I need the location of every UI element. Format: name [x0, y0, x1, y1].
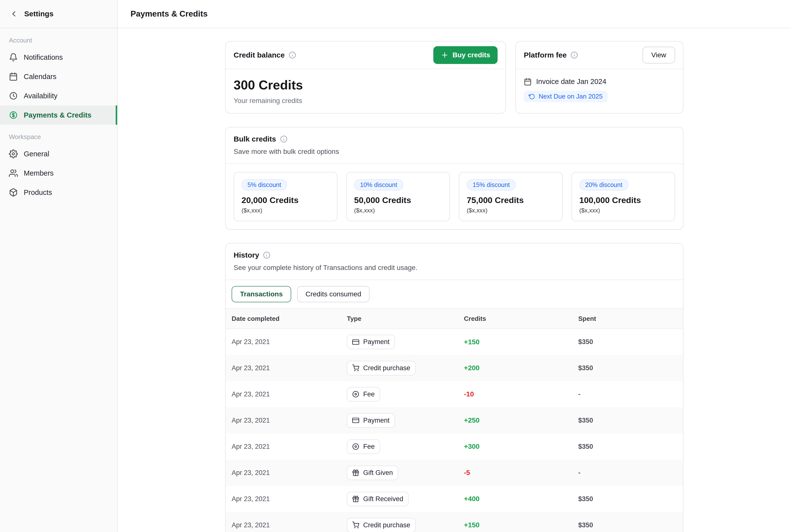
sidebar-item-label: Availability: [24, 92, 57, 100]
credits-value: +150: [464, 338, 480, 346]
type-label: Fee: [363, 391, 375, 398]
sidebar-item[interactable]: Availability: [0, 86, 117, 106]
table-row: Apr 23, 2021 Fee +300: [226, 434, 683, 460]
buy-credits-button[interactable]: Buy credits: [433, 46, 498, 64]
next-due-label: Next Due on Jan 2025: [539, 93, 603, 100]
sidebar-header: Settings: [0, 0, 117, 28]
invoice-date-label: Invoice date Jan 2024: [536, 78, 606, 86]
credits-cell: +250: [458, 407, 572, 434]
settings-title: Settings: [24, 10, 53, 18]
type-cell: Gift Received: [341, 486, 458, 512]
type-badge: Gift Given: [347, 466, 398, 480]
credits-value: +300: [464, 442, 480, 450]
type-badge: Credit purchase: [347, 361, 416, 375]
sidebar-item[interactable]: Members: [0, 164, 117, 183]
bulk-credit-option[interactable]: 5% discount 20,000 Credits ($x,xxx): [234, 172, 337, 221]
account-nav: Notifications Calendars Availability Pay…: [0, 48, 117, 125]
sidebar-item-icon: [9, 149, 18, 158]
credits-value: -5: [464, 469, 470, 476]
back-button[interactable]: [8, 8, 20, 20]
table-row: Apr 23, 2021 Credit purchase +150: [226, 512, 683, 532]
type-label: Payment: [363, 338, 390, 346]
table-row: Apr 23, 2021 Payment +250: [226, 407, 683, 434]
bulk-credits-price: ($x,xxx): [354, 207, 442, 214]
bulk-credit-option[interactable]: 15% discount 75,000 Credits ($x,xxx): [459, 172, 563, 221]
bulk-credit-option[interactable]: 10% discount 50,000 Credits ($x,xxx): [346, 172, 450, 221]
sidebar-item-icon: [9, 169, 18, 177]
spent-cell: -: [572, 460, 683, 486]
sidebar: Settings Account Notifications Calendars…: [0, 0, 118, 532]
column-credits: Credits: [458, 308, 572, 329]
view-button[interactable]: View: [642, 47, 675, 63]
sidebar-item[interactable]: Products: [0, 183, 117, 202]
date-cell: Apr 23, 2021: [226, 486, 341, 512]
credit-balance-title: Credit balance: [234, 51, 285, 59]
type-icon: [352, 469, 359, 476]
type-badge: Payment: [347, 335, 395, 349]
history-tab[interactable]: Transactions: [232, 286, 291, 302]
top-bar: Payments & Credits: [118, 0, 791, 28]
type-cell: Gift Given: [341, 460, 458, 486]
date-cell: Apr 23, 2021: [226, 460, 341, 486]
type-badge: Credit purchase: [347, 518, 416, 532]
sidebar-item[interactable]: Payments & Credits: [0, 106, 117, 125]
spent-cell: $350: [572, 512, 683, 532]
bulk-credit-option[interactable]: 20% discount 100,000 Credits ($x,xxx): [571, 172, 675, 221]
platform-fee-body: Invoice date Jan 2024 Next Due on Jan 20…: [516, 69, 683, 111]
bulk-credits-price: ($x,xxx): [467, 207, 555, 214]
tab-label: Transactions: [240, 290, 283, 298]
content: Credit balance Buy credits 300 Credits Y…: [225, 28, 683, 532]
type-cell: Payment: [341, 407, 458, 434]
info-icon[interactable]: [571, 51, 578, 59]
info-icon[interactable]: [289, 51, 296, 59]
sidebar-item-label: General: [24, 150, 49, 158]
type-icon: [352, 495, 359, 502]
table-row: Apr 23, 2021 Fee -10: [226, 381, 683, 407]
history-tab[interactable]: Credits consumed: [297, 286, 370, 302]
sidebar-item-label: Products: [24, 188, 52, 196]
type-label: Credit purchase: [363, 364, 410, 372]
column-date-completed: Date completed: [226, 308, 341, 329]
spent-cell: $350: [572, 434, 683, 460]
bulk-credits-price: ($x,xxx): [241, 207, 330, 214]
date-cell: Apr 23, 2021: [226, 434, 341, 460]
bulk-credits-amount: 50,000 Credits: [354, 195, 442, 205]
type-cell: Fee: [341, 381, 458, 407]
type-icon: [352, 417, 359, 424]
chevron-left-icon: [10, 10, 18, 18]
credits-cell: +150: [458, 329, 572, 355]
table-row: Apr 23, 2021 Gift Received +400: [226, 486, 683, 512]
date-cell: Apr 23, 2021: [226, 512, 341, 532]
bulk-credits-card: Bulk credits Save more with bulk credit …: [225, 127, 683, 230]
spent-cell: $350: [572, 407, 683, 434]
table-body: Apr 23, 2021 Payment +150: [226, 329, 683, 532]
credits-value: +400: [464, 495, 480, 502]
credit-balance-body: 300 Credits Your remaining credits: [226, 69, 505, 113]
credits-value: +150: [464, 521, 480, 529]
invoice-date-row: Invoice date Jan 2024: [524, 78, 675, 86]
sidebar-item-label: Calendars: [24, 73, 56, 81]
credits-value: +200: [464, 364, 480, 372]
credit-balance-header: Credit balance Buy credits: [226, 41, 505, 69]
type-icon: [352, 521, 359, 529]
credits-cell: +200: [458, 355, 572, 381]
plus-icon: [441, 51, 449, 59]
sidebar-item[interactable]: General: [0, 144, 117, 164]
sidebar-item-label: Members: [24, 169, 54, 177]
spent-cell: $350: [572, 355, 683, 381]
bulk-credits-amount: 75,000 Credits: [467, 195, 555, 205]
sidebar-item-label: Notifications: [24, 53, 63, 61]
bulk-credit-options: 5% discount 20,000 Credits ($x,xxx) 10% …: [226, 164, 683, 229]
sidebar-item[interactable]: Notifications: [0, 48, 117, 67]
discount-badge: 10% discount: [354, 179, 403, 190]
sidebar-item-icon: [9, 91, 18, 100]
type-cell: Fee: [341, 434, 458, 460]
type-label: Gift Received: [363, 495, 403, 503]
history-header: History See your complete history of Tra…: [226, 244, 683, 280]
sidebar-item[interactable]: Calendars: [0, 67, 117, 86]
info-icon[interactable]: [263, 251, 271, 259]
credits-cell: +400: [458, 486, 572, 512]
buy-credits-label: Buy credits: [453, 51, 491, 59]
info-icon[interactable]: [280, 135, 288, 143]
column-type: Type: [341, 308, 458, 329]
